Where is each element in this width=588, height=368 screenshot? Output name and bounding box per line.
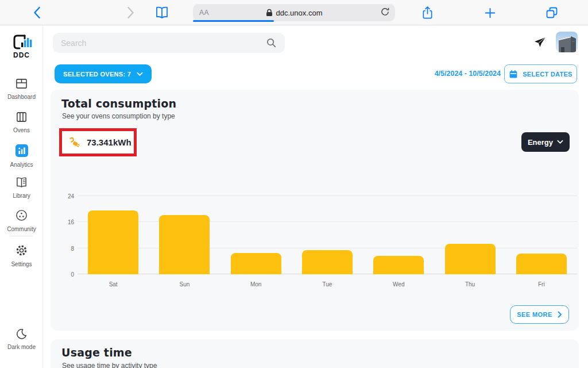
y-axis-tick: 16 (60, 219, 74, 225)
url-text: ddc.unox.com (276, 9, 323, 17)
see-more-label: SEE MORE (517, 311, 552, 318)
total-consumption-value: 73.341kWh (87, 137, 131, 147)
chevron-down-icon (137, 72, 143, 76)
card-subtitle: See usage time by activity type (62, 362, 157, 368)
plus-icon (484, 7, 496, 19)
bar-wed[interactable] (373, 256, 424, 274)
x-axis-label: Sun (180, 281, 190, 288)
bar-sun[interactable] (159, 215, 210, 274)
book-icon (154, 6, 169, 20)
browser-forward-button[interactable] (123, 5, 137, 20)
sidebar-item-settings[interactable]: Settings (0, 244, 43, 267)
dashboard-icon (15, 78, 28, 90)
card-title: Usage time (61, 346, 132, 359)
select-dates-button[interactable]: SELECT DATES (504, 64, 577, 83)
sidebar-item-ovens[interactable]: Ovens (0, 111, 43, 133)
community-icon (15, 209, 28, 222)
reader-view-button[interactable]: AA (199, 9, 209, 17)
moon-icon (16, 328, 28, 340)
reload-icon (380, 7, 390, 17)
usage-time-card: Usage time See usage time by activity ty… (51, 339, 579, 368)
see-more-button[interactable]: SEE MORE (510, 305, 569, 324)
x-axis-label: Fri (538, 281, 545, 288)
share-button[interactable] (420, 5, 434, 20)
y-axis-tick: 24 (60, 193, 74, 200)
bar-column-mon: Mon (220, 196, 292, 274)
energy-type-label: Energy (528, 138, 553, 147)
lock-icon (266, 9, 273, 17)
share-icon (421, 6, 434, 20)
sidebar-item-dashboard[interactable]: Dashboard (0, 78, 43, 100)
bar-column-sat: Sat (78, 196, 149, 274)
sidebar-item-label: Analytics (0, 162, 43, 168)
calendar-icon (509, 70, 518, 79)
energy-plug-icon (68, 136, 82, 148)
paper-plane-icon (533, 36, 547, 49)
new-tab-button[interactable] (483, 6, 496, 19)
sidebar-item-analytics[interactable]: Analytics (0, 144, 43, 168)
search-input[interactable] (61, 39, 266, 48)
dark-mode-label: Dark mode (0, 344, 43, 350)
bar-column-wed: Wed (363, 196, 434, 274)
chevron-right-icon (558, 311, 562, 318)
forward-chevron-icon (128, 7, 133, 18)
chart-plot: 081624SatSunMonTueWedThuFri (78, 196, 577, 274)
bar-column-thu: Thu (434, 196, 505, 274)
user-avatar[interactable] (556, 32, 578, 52)
gear-icon (15, 244, 28, 257)
card-title: Total consumption (61, 97, 176, 110)
bar-fri[interactable] (516, 254, 567, 274)
bar-column-tue: Tue (292, 196, 363, 274)
sidebar-item-label: Dashboard (0, 94, 43, 100)
bar-mon[interactable] (231, 253, 281, 274)
date-range-text: 4/5/2024 - 10/5/2024 (435, 70, 501, 78)
x-axis-label: Tue (323, 281, 332, 288)
sidebar: DDC Dashboard Ovens Analytics Library Co… (0, 25, 43, 368)
selected-ovens-dropdown[interactable]: SELECTED OVENS: 7 (55, 64, 152, 83)
bar-thu[interactable] (445, 244, 496, 274)
bar-tue[interactable] (302, 250, 353, 274)
bar-sat[interactable] (88, 210, 138, 274)
building-avatar-image (556, 32, 578, 52)
ddc-logo-icon (10, 33, 33, 51)
x-axis-label: Thu (465, 281, 475, 288)
logo-text: DDC (0, 51, 43, 59)
search-icon (266, 37, 277, 48)
total-consumption-card: Total consumption See your ovens consump… (51, 90, 579, 331)
browser-toolbar: AA ddc.unox.com (0, 0, 588, 25)
sidebar-item-label: Settings (0, 261, 43, 267)
tabs-icon (545, 6, 559, 20)
search-bar[interactable] (53, 33, 285, 53)
bar-column-sun: Sun (149, 196, 220, 274)
reload-button[interactable] (380, 7, 390, 19)
y-axis-tick: 8 (60, 245, 74, 251)
energy-type-dropdown[interactable]: Energy (521, 132, 570, 152)
annotation-box-total-kwh: 73.341kWh (59, 128, 137, 156)
tab-overview-button[interactable] (545, 6, 559, 20)
card-subtitle: See your ovens consumption by type (62, 112, 175, 120)
analytics-icon (15, 144, 29, 158)
bars-row: SatSunMonTueWedThuFri (78, 196, 577, 274)
url-domain: ddc.unox.com (266, 9, 323, 17)
browser-back-button[interactable] (30, 5, 44, 20)
y-axis-tick: 0 (60, 271, 74, 278)
sidebar-item-label: Library (0, 193, 43, 199)
sidebar-item-library[interactable]: Library (0, 177, 43, 199)
bar-column-fri: Fri (506, 196, 577, 274)
x-axis-label: Wed (393, 281, 404, 288)
dark-mode-toggle[interactable]: Dark mode (0, 328, 43, 350)
page-load-progress-bar (193, 20, 274, 22)
sidebar-item-community[interactable]: Community (0, 209, 43, 232)
library-icon (14, 177, 29, 189)
ovens-icon (15, 111, 28, 123)
x-axis-label: Sat (109, 281, 118, 288)
sidebar-divider (10, 236, 33, 236)
selected-ovens-label: SELECTED OVENS: 7 (63, 71, 131, 78)
sidebar-item-label: Community (0, 226, 43, 232)
send-button[interactable] (532, 34, 548, 51)
app-logo: DDC (0, 33, 43, 59)
bookmarks-button[interactable] (154, 6, 170, 20)
url-bar[interactable]: AA ddc.unox.com (193, 4, 395, 21)
select-dates-label: SELECT DATES (523, 71, 572, 78)
sidebar-item-label: Ovens (0, 127, 43, 133)
